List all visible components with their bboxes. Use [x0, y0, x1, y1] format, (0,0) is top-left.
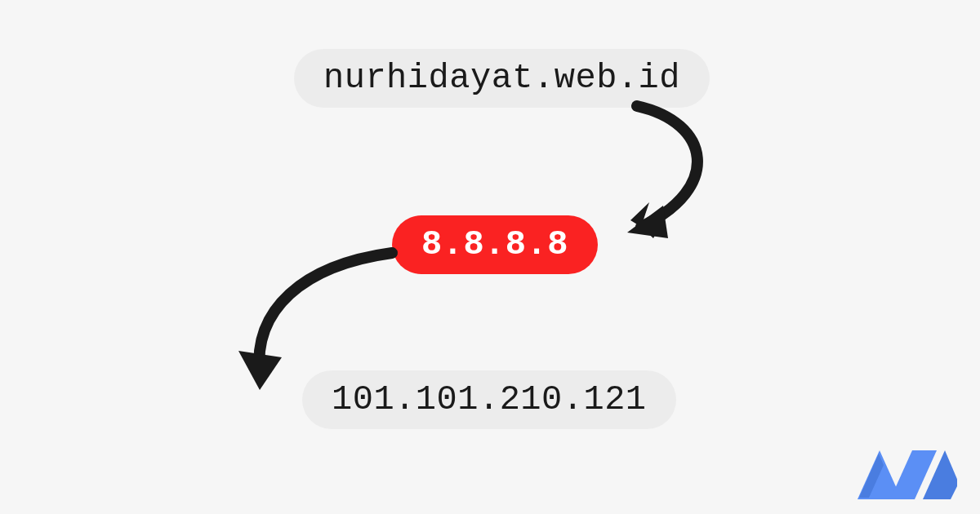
arrow-down-right-curve-icon — [588, 98, 735, 253]
domain-name-pill: nurhidayat.web.id — [294, 49, 710, 108]
dns-server-pill: 8.8.8.8 — [392, 215, 598, 274]
svg-marker-1 — [238, 351, 282, 390]
resolved-ip-pill: 101.101.210.121 — [302, 370, 676, 429]
brand-n-logo — [851, 442, 957, 507]
svg-marker-0 — [627, 206, 668, 238]
